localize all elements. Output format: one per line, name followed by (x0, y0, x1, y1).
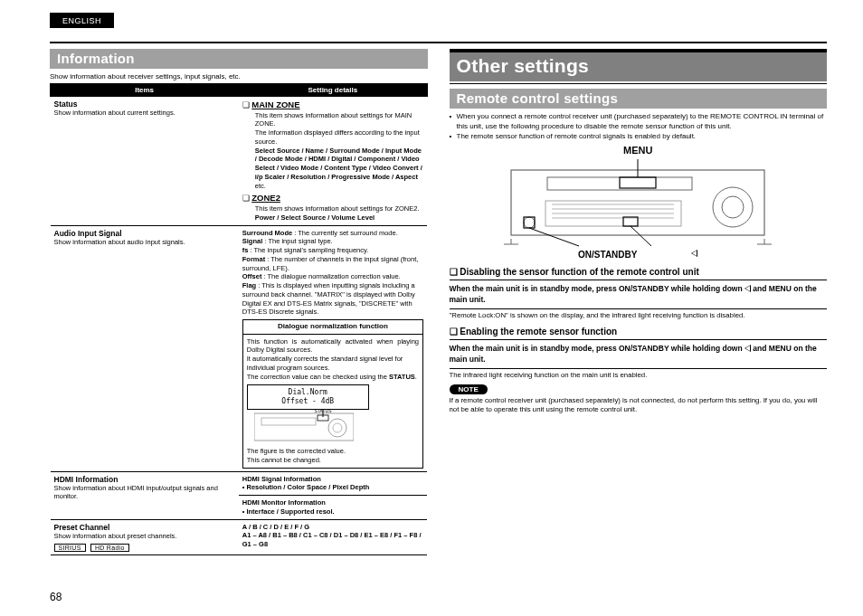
triangle-icon (744, 345, 751, 352)
dnf-table: Dialogue normalization function This fun… (242, 319, 423, 468)
instruction-enable: When the main unit is in standby mode, p… (450, 339, 828, 369)
bar-b: ON/STANDBY (619, 284, 669, 293)
bar-e: MENU (769, 284, 792, 293)
dnf-title: Dialogue normalization function (242, 320, 422, 334)
bullet-2: The remote sensor function of remote con… (450, 132, 828, 142)
item-hdmi-desc: Show information about HDMI input/output… (54, 484, 235, 500)
hdmi-mon-line: • Interface / Supported resol. (242, 507, 423, 516)
display-l1: Dial.Norm (252, 388, 364, 397)
left-column: Information Show information about recei… (50, 49, 428, 555)
svg-rect-22 (620, 177, 656, 188)
page-number: 68 (50, 591, 62, 603)
right-column: Other settings Remote control settings W… (450, 49, 828, 555)
col-details: Setting details (239, 84, 427, 97)
table-row: Audio Input Signal Show information abou… (51, 225, 428, 471)
preset-line2: A1 – A8 / B1 – B8 / C1 – C8 / D1 – D8 / … (242, 531, 423, 549)
instruction-disable: When the main unit is in standby mode, p… (450, 280, 828, 309)
language-tab: ENGLISH (50, 13, 114, 28)
dnf-p3a: The correction value can be checked usin… (247, 373, 389, 381)
l-offset: Offset (242, 272, 262, 280)
l-format: Format (242, 255, 265, 263)
heading-disabling: Disabling the sensor function of the rem… (450, 267, 828, 277)
top-rule (50, 42, 827, 43)
svg-rect-26 (623, 217, 638, 226)
svg-point-2 (328, 419, 346, 437)
svg-point-10 (722, 196, 744, 218)
table-row: Status Show information about current se… (51, 97, 428, 226)
preset-line1: A / B / C / D / E / F / G (242, 523, 423, 532)
svg-rect-1 (261, 418, 316, 425)
col-items: Items (51, 84, 239, 97)
triangle-icon (744, 285, 751, 292)
display-l2: Offset - 4dB (252, 397, 364, 406)
heading-other-settings: Other settings (450, 52, 828, 81)
display-box: Dial.Norm Offset - 4dB (247, 384, 369, 410)
note-pill: NOTE (450, 384, 488, 394)
l-signal: Signal (242, 237, 263, 245)
svg-point-9 (713, 187, 753, 227)
item-audio-name: Audio Input Signal (54, 229, 235, 238)
bar-d: and (751, 284, 769, 293)
hdmi-sig-title: HDMI Signal Information (242, 475, 423, 484)
receiver-illustration (493, 157, 782, 248)
svg-text:STATUS: STATUS (314, 410, 332, 413)
tag-hdradio: HD Radio (90, 544, 129, 552)
t-signal: : The input signal type. (262, 237, 332, 245)
zone2-bold: Power / Select Source / Volume Level (255, 213, 375, 222)
dnf-p3b: STATUS (389, 373, 415, 381)
information-intro: Show information about receiver settings… (50, 72, 428, 81)
heading-remote-control: Remote control settings (450, 89, 828, 109)
hdmi-sig-line: • Resolution / Color Space / Pixel Depth (242, 483, 423, 492)
bullet-1: When you connect a remote control receiv… (450, 112, 828, 132)
dnf-cannot: This cannot be changed. (247, 456, 419, 465)
bar-a2: When the main unit is in standby mode, p… (450, 344, 620, 353)
item-status-name: Status (54, 100, 235, 109)
mainzone-title: MAIN ZONE (251, 100, 299, 109)
receiver-mini-icon: STATUS (254, 410, 354, 447)
zone2-title: ZONE2 (251, 193, 280, 203)
hdmi-mon-title: HDMI Monitor Information (242, 498, 423, 507)
dnf-p1: This function is automatically activated… (247, 337, 419, 355)
svg-line-25 (631, 226, 651, 246)
item-preset-desc: Show information about preset channels. (54, 532, 235, 540)
mainzone-text2: The information displayed differs accord… (255, 128, 420, 146)
dnf-fig: The figure is the corrected value. (247, 447, 419, 456)
mainzone-bold: Select Source / Name / Surround Mode / I… (255, 147, 422, 181)
t-surround: : The currently set surround mode. (292, 229, 398, 237)
left-triangle-icon (691, 250, 697, 257)
bar-a: When the main unit is in standby mode, p… (450, 284, 620, 293)
note-text: If a remote control receiver unit (purch… (450, 396, 828, 414)
onstandby-label: ON/STANDBY (578, 250, 637, 260)
l-flag: Flag (242, 281, 256, 289)
svg-point-11 (524, 217, 535, 228)
after-enable: The infrared light receiving function on… (450, 371, 828, 379)
table-row: Preset Channel Show information about pr… (51, 519, 428, 554)
heading-enabling: Enabling the remote sensor function (450, 327, 828, 336)
l-surround: Surround Mode (242, 229, 292, 237)
mainzone-etc: etc. (255, 182, 266, 190)
heading-information: Information (50, 49, 428, 69)
item-audio-desc: Show information about audio input signa… (54, 238, 235, 246)
item-preset-name: Preset Channel (54, 523, 235, 532)
tag-sirius: SIRIUS (54, 544, 86, 552)
svg-point-3 (333, 423, 342, 432)
item-status-desc: Show information about current settings. (54, 109, 235, 117)
menu-label: MENU (450, 145, 828, 156)
svg-line-23 (529, 228, 579, 246)
mainzone-text1: This item shows information about settin… (255, 111, 412, 128)
t-flag: : This is displayed when inputting signa… (242, 281, 415, 316)
t-fs: : The input signal's sampling frequency. (248, 246, 368, 254)
information-table: Items Setting details Status Show inform… (50, 83, 428, 555)
item-hdmi-name: HDMI Information (54, 475, 235, 484)
after-disable: "Remote Lock:ON" is shown on the display… (450, 311, 828, 319)
bar-e2: MENU (769, 344, 792, 353)
bar-b2: ON/STANDBY (619, 344, 669, 353)
dnf-p2: It automatically corrects the standard s… (247, 355, 419, 373)
bar-d2: and (751, 344, 769, 353)
dnf-p3c: . (415, 373, 417, 381)
t-format: : The number of channels in the input si… (242, 255, 419, 272)
t-offset: : The dialogue normalization correction … (261, 272, 400, 280)
table-row: HDMI Information Show information about … (51, 471, 428, 519)
bar-c2: while holding down (669, 344, 744, 353)
zone2-text: This item shows information about settin… (255, 204, 420, 213)
